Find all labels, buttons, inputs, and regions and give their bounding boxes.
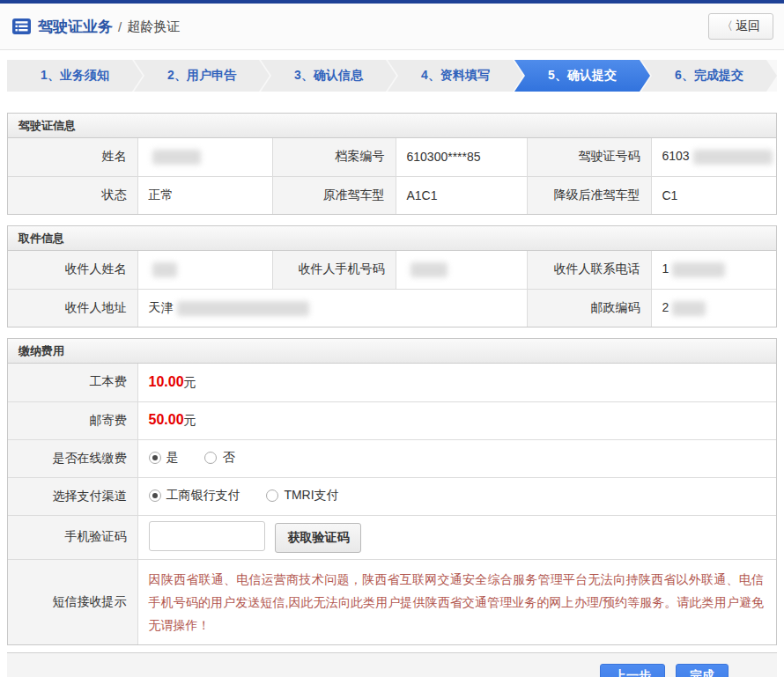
redacted-value [410, 262, 447, 277]
recipient-phone-label: 收件人联系电话 [527, 251, 651, 289]
redacted-value [177, 301, 309, 316]
recipient-name-value [137, 251, 272, 289]
table-row: 选择支付渠道 工商银行支付 TMRI支付 [8, 477, 776, 515]
back-button[interactable]: 〈 返回 [708, 13, 773, 40]
mailing-fee-label: 邮寄费 [8, 401, 137, 439]
sms-notice-text: 因陕西省联通、电信运营商技术问题，陕西省互联网交通安全综合服务管理平台无法向持陕… [138, 560, 777, 644]
postal-code-value: 2 [651, 289, 776, 327]
pay-channel-options: 工商银行支付 TMRI支付 [137, 477, 776, 515]
original-class-value: A1C1 [396, 176, 527, 214]
file-number-label: 档案编号 [272, 138, 396, 176]
get-code-button[interactable]: 获取验证码 [275, 523, 361, 553]
radio-channel-icbc[interactable]: 工商银行支付 [149, 488, 240, 504]
sms-code-field: 获取验证码 [137, 515, 776, 559]
recipient-address-label: 收件人地址 [8, 289, 137, 327]
payment-title: 缴纳费用 [8, 339, 776, 364]
page-header: 驾驶证业务 / 超龄换证 〈 返回 [0, 4, 784, 50]
recipient-address-value: 天津 [137, 289, 527, 327]
mailing-fee-unit: 元 [184, 413, 196, 427]
pay-online-options: 是 否 [137, 439, 776, 477]
production-fee-unit: 元 [184, 375, 196, 389]
license-number-value: 6103 [651, 138, 776, 176]
step-3-confirm-info[interactable]: 3、确认信息 [261, 60, 396, 92]
step-5-confirm-submit[interactable]: 5、确认提交 [514, 60, 650, 92]
pay-online-label: 是否在线缴费 [8, 439, 137, 477]
redacted-value [152, 262, 177, 277]
step-label: 3、确认信息 [294, 68, 363, 84]
step-label: 6、完成提交 [675, 68, 743, 84]
name-value [137, 138, 272, 176]
sms-notice-cell: 因陕西省联通、电信运营商技术问题，陕西省互联网交通安全综合服务管理平台无法向持陕… [137, 559, 776, 644]
table-row: 是否在线缴费 是 否 [8, 439, 776, 477]
radio-selected-icon [149, 452, 161, 464]
radio-label: TMRI支付 [284, 488, 338, 504]
status-value: 正常 [137, 176, 272, 214]
finish-button[interactable]: 完成 [676, 664, 729, 677]
sms-notice-label: 短信接收提示 [8, 559, 137, 644]
back-chevron-icon: 〈 [721, 18, 733, 34]
sms-code-input[interactable] [149, 521, 265, 551]
license-info-table: 姓名 档案编号 610300****85 驾驶证号码 6103 状态 正常 原准… [8, 138, 776, 214]
mailing-fee-value: 50.00元 [137, 401, 776, 439]
production-fee-label: 工本费 [8, 364, 137, 401]
original-class-label: 原准驾车型 [272, 176, 396, 214]
redacted-value [693, 150, 773, 165]
step-2-user-declaration[interactable]: 2、用户申告 [134, 60, 270, 92]
license-info-title: 驾驶证信息 [8, 114, 776, 138]
sms-code-label: 手机验证码 [8, 515, 137, 559]
step-4-fill-material[interactable]: 4、资料填写 [388, 60, 523, 92]
page-title: 驾驶证业务 [38, 17, 113, 37]
downgraded-class-value: C1 [651, 176, 776, 214]
breadcrumb-separator: / [118, 19, 122, 34]
table-row: 姓名 档案编号 610300****85 驾驶证号码 6103 [8, 138, 776, 176]
back-button-label: 返回 [736, 18, 760, 34]
step-label: 5、确认提交 [548, 68, 617, 84]
status-label: 状态 [8, 176, 137, 214]
table-row: 收件人地址 天津 邮政编码 2 [8, 289, 776, 327]
redacted-value [672, 301, 706, 316]
mailing-fee-amount: 50.00 [149, 412, 184, 427]
table-row: 短信接收提示 因陕西省联通、电信运营商技术问题，陕西省互联网交通安全综合服务管理… [8, 559, 776, 644]
step-1-business-notice[interactable]: 1、业务须知 [7, 60, 143, 92]
radio-selected-icon [149, 489, 161, 502]
radio-pay-online-yes[interactable]: 是 [149, 450, 179, 466]
downgraded-class-label: 降级后准驾车型 [527, 176, 651, 214]
radio-label: 是 [166, 450, 179, 466]
radio-label: 否 [222, 450, 234, 466]
recipient-name-label: 收件人姓名 [8, 251, 137, 289]
radio-unselected-icon [204, 452, 217, 464]
recipient-mobile-label: 收件人手机号码 [272, 251, 396, 289]
step-label: 4、资料填写 [421, 68, 490, 84]
recipient-mobile-value [396, 251, 527, 289]
table-row: 收件人姓名 收件人手机号码 收件人联系电话 1 [8, 251, 776, 289]
step-label: 1、业务须知 [41, 68, 109, 84]
redacted-value [152, 150, 201, 165]
radio-channel-tmri[interactable]: TMRI支付 [266, 488, 338, 504]
license-number-label: 驾驶证号码 [527, 138, 651, 176]
radio-unselected-icon [266, 489, 278, 502]
table-row: 状态 正常 原准驾车型 A1C1 降级后准驾车型 C1 [8, 176, 776, 214]
license-service-icon [12, 18, 31, 34]
radio-pay-online-no[interactable]: 否 [204, 450, 234, 466]
radio-label: 工商银行支付 [166, 488, 240, 504]
step-label: 2、用户申告 [167, 68, 236, 84]
payment-panel: 缴纳费用 工本费 10.00元 邮寄费 50.00元 是否在线缴费 是 [7, 338, 777, 645]
production-fee-amount: 10.00 [149, 374, 184, 389]
name-label: 姓名 [8, 138, 137, 176]
pickup-info-title: 取件信息 [8, 226, 776, 251]
step-wizard: 1、业务须知 2、用户申告 3、确认信息 4、资料填写 5、确认提交 6、完成提… [7, 60, 777, 92]
previous-step-button[interactable]: 上一步 [600, 664, 665, 677]
pay-channel-label: 选择支付渠道 [8, 477, 137, 515]
redacted-value [672, 262, 725, 277]
postal-code-label: 邮政编码 [527, 289, 651, 327]
payment-table: 工本费 10.00元 邮寄费 50.00元 是否在线缴费 是 否 [8, 364, 776, 644]
pickup-info-panel: 取件信息 收件人姓名 收件人手机号码 收件人联系电话 1 收件人地址 天津 邮政… [7, 225, 777, 327]
table-row: 手机验证码 获取验证码 [8, 515, 776, 559]
table-row: 邮寄费 50.00元 [8, 401, 776, 439]
footer-action-bar: 上一步 完成 [7, 652, 777, 677]
step-6-complete-submit[interactable]: 6、完成提交 [641, 60, 777, 92]
recipient-phone-value: 1 [651, 251, 776, 289]
pickup-info-table: 收件人姓名 收件人手机号码 收件人联系电话 1 收件人地址 天津 邮政编码 2 [8, 251, 776, 327]
table-row: 工本费 10.00元 [8, 364, 776, 401]
file-number-value: 610300****85 [396, 138, 527, 176]
